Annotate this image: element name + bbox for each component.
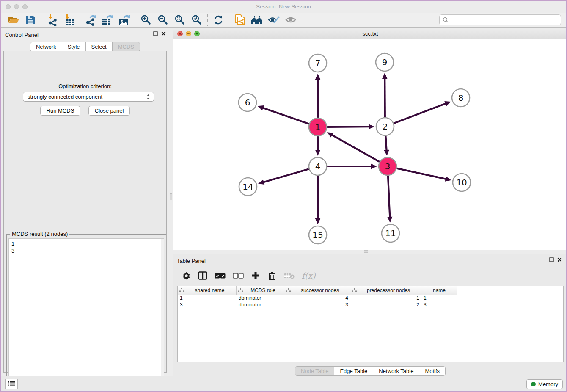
network-window: ✕ − + scc.txt 7968124314101511 bbox=[173, 28, 567, 250]
control-panel-tabs: NetworkStyleSelectMCDS bbox=[1, 42, 169, 52]
delete-column-icon[interactable] bbox=[267, 271, 277, 280]
column-header-MCDS-role[interactable]: MCDS role bbox=[237, 286, 284, 295]
add-column-icon[interactable] bbox=[251, 271, 260, 280]
node-table[interactable]: shared nameMCDS rolesuccessor nodesprede… bbox=[177, 286, 564, 362]
result-line: 1 bbox=[11, 240, 164, 247]
edge-2-8[interactable] bbox=[394, 103, 446, 123]
main-toolbar bbox=[1, 13, 566, 28]
arrowhead-icon bbox=[382, 73, 387, 79]
function-builder-icon[interactable]: f(x) bbox=[302, 271, 316, 280]
tab-node-table[interactable]: Node Table bbox=[295, 366, 335, 376]
cell-successor-nodes[interactable]: 3 bbox=[284, 302, 350, 309]
toolbar-separator bbox=[207, 14, 208, 26]
column-header-name[interactable]: name bbox=[421, 286, 457, 295]
clone-network-icon[interactable] bbox=[231, 14, 248, 26]
tab-edge-table[interactable]: Edge Table bbox=[334, 366, 373, 376]
splitter-handle[interactable] bbox=[170, 193, 172, 200]
arrowhead-icon bbox=[384, 150, 389, 156]
edge-3-1[interactable] bbox=[331, 135, 380, 162]
cell-successor-nodes[interactable]: 4 bbox=[284, 295, 350, 302]
optimization-label: Optimization criterion: bbox=[4, 83, 166, 89]
dropdown-value: strongly connected component bbox=[28, 94, 102, 100]
memory-button[interactable]: Memory bbox=[526, 379, 563, 389]
app-window: Session: New Session bbox=[0, 0, 567, 392]
edge-3-10[interactable] bbox=[396, 168, 446, 179]
column-header-successor-nodes[interactable]: successor nodes bbox=[284, 286, 350, 295]
close-panel-button[interactable]: Close panel bbox=[88, 106, 130, 116]
memory-status-icon bbox=[531, 382, 536, 386]
chevron-updown-icon bbox=[146, 93, 151, 102]
float-panel-icon[interactable] bbox=[153, 31, 158, 36]
result-line: 3 bbox=[11, 247, 164, 254]
cell-predecessor-nodes[interactable]: 1 bbox=[350, 295, 421, 302]
node-label-8: 8 bbox=[458, 93, 464, 103]
edge-1-2[interactable] bbox=[327, 127, 369, 127]
cell-name[interactable]: 3 bbox=[421, 302, 457, 309]
arrowhead-icon bbox=[387, 217, 392, 223]
horizontal-splitter-handle[interactable] bbox=[364, 250, 368, 253]
cell-shared-name[interactable]: 3 bbox=[178, 302, 237, 309]
deselect-all-icon[interactable] bbox=[233, 273, 244, 279]
gear-icon[interactable] bbox=[182, 271, 191, 280]
select-all-icon[interactable] bbox=[215, 273, 226, 279]
task-history-button[interactable] bbox=[5, 379, 18, 389]
hide-details-icon[interactable] bbox=[265, 14, 282, 26]
close-table-panel-icon[interactable] bbox=[557, 257, 562, 262]
result-scrollbar[interactable] bbox=[161, 239, 164, 392]
edge-2-3[interactable] bbox=[385, 136, 386, 151]
export-table-icon[interactable] bbox=[99, 14, 116, 26]
cell-shared-name[interactable]: 1 bbox=[178, 295, 237, 302]
vertical-splitter[interactable] bbox=[169, 28, 173, 376]
export-image-icon[interactable] bbox=[116, 14, 133, 26]
cell-MCDS-role[interactable]: dominator bbox=[237, 302, 284, 309]
optimization-dropdown[interactable]: strongly connected component bbox=[23, 92, 154, 102]
control-panel-title: Control Panel bbox=[5, 32, 39, 38]
node-label-2: 2 bbox=[383, 121, 388, 132]
save-session-icon[interactable] bbox=[22, 14, 39, 26]
close-panel-icon[interactable] bbox=[161, 31, 166, 36]
split-panel-icon[interactable] bbox=[198, 271, 207, 280]
search-input[interactable] bbox=[439, 14, 561, 25]
arrowhead-icon bbox=[445, 177, 451, 182]
tab-style[interactable]: Style bbox=[62, 42, 86, 52]
edge-4-14[interactable] bbox=[263, 169, 309, 182]
edge-2-9[interactable] bbox=[385, 78, 385, 117]
import-network-icon[interactable] bbox=[44, 14, 61, 26]
zoom-selected-icon[interactable] bbox=[188, 14, 205, 26]
tab-select[interactable]: Select bbox=[85, 42, 113, 52]
edge-1-6[interactable] bbox=[262, 108, 309, 124]
table-row[interactable]: 3dominator323 bbox=[178, 302, 563, 309]
cell-MCDS-role[interactable]: dominator bbox=[237, 295, 284, 302]
network-title-bar: ✕ − + scc.txt bbox=[173, 28, 567, 39]
arrowhead-icon bbox=[258, 105, 264, 110]
refresh-icon[interactable] bbox=[210, 14, 227, 26]
float-table-panel-icon[interactable] bbox=[549, 257, 554, 262]
table-panel-title: Table Panel bbox=[177, 258, 206, 264]
zoom-out-icon[interactable] bbox=[154, 14, 171, 26]
show-details-icon[interactable] bbox=[282, 14, 299, 26]
column-header-predecessor-nodes[interactable]: predecessor nodes bbox=[350, 286, 421, 295]
run-mcds-button[interactable]: Run MCDS bbox=[40, 106, 81, 116]
zoom-in-icon[interactable] bbox=[138, 14, 154, 26]
mcds-result-list[interactable]: 13 bbox=[8, 238, 164, 392]
cell-name[interactable]: 1 bbox=[421, 295, 457, 302]
edge-3-11[interactable] bbox=[388, 176, 390, 218]
zoom-fit-icon[interactable] bbox=[171, 14, 188, 26]
export-network-icon[interactable] bbox=[82, 14, 99, 26]
tab-mcds[interactable]: MCDS bbox=[112, 42, 140, 52]
table-tabs: Node TableEdge TableNetwork TableMotifs bbox=[173, 366, 567, 376]
network-canvas[interactable]: 7968124314101511 bbox=[173, 39, 567, 250]
column-header-shared-name[interactable]: shared name bbox=[178, 286, 237, 295]
arrowhead-icon bbox=[369, 124, 374, 129]
tab-motifs[interactable]: Motifs bbox=[419, 366, 446, 376]
toolbar-separator bbox=[135, 14, 135, 26]
delete-table-icon[interactable] bbox=[284, 273, 295, 279]
open-file-icon[interactable] bbox=[5, 14, 22, 26]
table-row[interactable]: 1dominator411 bbox=[178, 295, 563, 302]
cell-predecessor-nodes[interactable]: 2 bbox=[350, 302, 421, 309]
import-table-icon[interactable] bbox=[61, 14, 77, 26]
tab-network-table[interactable]: Network Table bbox=[373, 366, 419, 376]
node-label-10: 10 bbox=[456, 177, 467, 188]
tab-network[interactable]: Network bbox=[30, 42, 62, 52]
home-icon[interactable] bbox=[248, 14, 265, 26]
